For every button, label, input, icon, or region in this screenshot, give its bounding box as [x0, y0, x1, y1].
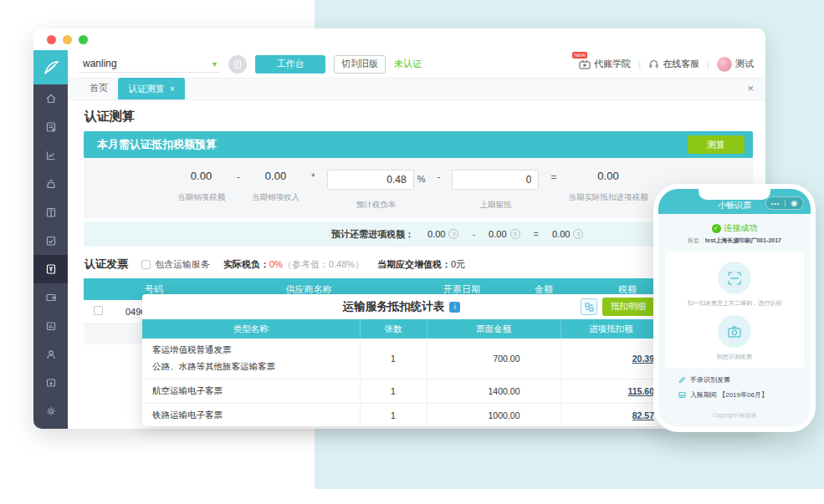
actual-tax-label: 实际税负：	[223, 259, 269, 269]
sidebar-item-funds[interactable]	[33, 170, 68, 198]
sidebar-item-invoice[interactable]	[33, 255, 68, 283]
online-support-menu-item[interactable]: 在线客服	[648, 58, 699, 70]
equals-operator: =	[539, 170, 568, 218]
workspace-button[interactable]: 工作台	[255, 55, 325, 74]
output-tax-value: 0.00	[177, 170, 225, 182]
tax-rate-label: 预计税负率	[327, 200, 426, 211]
sidebar-item-settings[interactable]	[33, 397, 68, 425]
result-label: 当期实际抵扣进项税额	[568, 192, 647, 203]
prev-credit-input[interactable]	[452, 170, 539, 190]
transport-deduction-popup: 运输服务抵扣统计表 i 抵扣明细 类型名称 张数 票面金额 进项抵扣额 客运增值…	[142, 294, 661, 426]
switch-old-version-button[interactable]: 切到旧版	[334, 55, 386, 74]
copyright-text: Copyright©畅捷通	[658, 412, 811, 420]
estimate-a: 0.00	[427, 229, 445, 239]
export-icon-button[interactable]	[581, 298, 597, 315]
calculator-icon[interactable]	[228, 55, 247, 74]
sidebar-item-cashier[interactable]	[33, 369, 68, 397]
scan-qr-button[interactable]	[718, 262, 751, 294]
minus-operator: -	[225, 170, 252, 218]
app-logo-feather-icon[interactable]	[33, 50, 68, 84]
minus-operator: -	[425, 170, 452, 218]
table-row[interactable]: 航空运输电子客票 1 1400.00 115.60	[142, 379, 661, 403]
include-transport-checkbox[interactable]: 包含运输服务	[141, 258, 210, 271]
table-row[interactable]: 客运增值税普通发票 公路、水路等其他旅客运输客票 1 700.00 20.39	[142, 339, 661, 379]
camera-icon	[726, 323, 743, 340]
camera-caption: 拍照识别发票	[717, 353, 752, 361]
include-transport-label: 包含运输服务	[155, 258, 210, 271]
tab-home[interactable]: 首页	[79, 82, 118, 99]
face-amount: 700.00	[427, 339, 560, 379]
table-row[interactable]: 铁路运输电子客票 1 1000.00 82.57	[142, 403, 661, 426]
top-app-bar: wanling ▾ 工作台 切到旧版 未认证 NEW 代账学院 |	[68, 50, 765, 79]
user-menu[interactable]: 测试	[717, 57, 754, 72]
cert-status-link[interactable]: 未认证	[394, 58, 422, 70]
deduction-detail-button[interactable]: 抵扣明细	[602, 298, 654, 316]
type-name: 航空运输电子客票	[142, 379, 360, 403]
help-icon[interactable]: ?	[573, 229, 583, 239]
actual-tax-value: 0%	[269, 259, 283, 269]
col-input-deduction: 进项抵扣额	[560, 319, 661, 339]
help-icon[interactable]: ?	[448, 229, 458, 239]
tab-close-icon[interactable]: ×	[170, 84, 175, 94]
calculate-button[interactable]: 测算	[688, 135, 745, 154]
miniapp-capsule: ••• ◉	[765, 196, 804, 210]
type-name: 铁路运输电子客票	[142, 403, 360, 426]
minimize-window-icon[interactable]	[63, 35, 72, 44]
type-name-line2: 公路、水路等其他旅客运输客票	[152, 359, 360, 375]
deduction-link[interactable]: 20.39	[632, 354, 654, 364]
user-name: 测试	[735, 58, 754, 70]
tab-cert-calculation[interactable]: 认证测算 ×	[118, 78, 185, 99]
sidebar-item-salary[interactable]	[33, 340, 68, 369]
deduction-table: 类型名称 张数 票面金额 进项抵扣额 客运增值税普通发票 公路、水路等其他旅客运…	[142, 319, 661, 426]
prev-credit-label: 上期留抵	[452, 200, 539, 211]
estimate-label: 预计还需进项税额：	[331, 228, 414, 241]
exit-circle-icon[interactable]: ◉	[786, 200, 804, 207]
more-icon[interactable]: •••	[766, 201, 785, 206]
maximize-window-icon[interactable]	[79, 35, 88, 44]
sidebar-item-reports[interactable]	[33, 141, 68, 170]
sidebar-item-fixed-assets[interactable]	[33, 312, 68, 340]
college-menu-item[interactable]: NEW 代账学院	[579, 58, 631, 70]
divider: |	[707, 59, 709, 69]
phone-screen: 小畅识票 ••• ◉ ✓ 连接成功 账套：test上海长源印刷厂001-2017…	[658, 189, 811, 427]
sidebar	[33, 50, 68, 429]
sidebar-item-home[interactable]	[33, 84, 68, 113]
account-label: 账套：	[688, 237, 705, 243]
scan-caption: 扫一扫发票左上方二维码，进行识别	[688, 299, 781, 308]
phone-notch	[699, 189, 770, 200]
col-type-name: 类型名称	[142, 319, 360, 339]
manual-entry-link[interactable]: 手录识别发票	[678, 375, 811, 384]
deduction-link[interactable]: 115.60	[627, 386, 654, 396]
sidebar-item-wallet[interactable]	[33, 283, 68, 312]
camera-button[interactable]	[718, 315, 751, 348]
deduction-link[interactable]: 82.57	[632, 410, 654, 420]
panel-close-icon[interactable]: ×	[747, 82, 754, 94]
account-value: test上海长源印刷厂001-2017	[705, 237, 781, 243]
face-amount: 1000.00	[427, 403, 560, 426]
sidebar-item-voucher[interactable]	[33, 113, 68, 141]
checkbox-icon[interactable]	[141, 260, 151, 269]
connect-status-text: 连接成功	[724, 222, 758, 234]
account-set-dropdown[interactable]: wanling ▾	[79, 55, 220, 73]
tax-rate-input[interactable]	[327, 170, 414, 190]
count: 1	[360, 403, 427, 426]
pencil-icon	[678, 376, 686, 384]
vat-label: 当期应交增值税：	[377, 259, 451, 269]
multiply-operator: *	[299, 170, 327, 218]
posting-period-link[interactable]: 入账期间 【2019年06月】	[678, 390, 811, 400]
window-titlebar	[33, 28, 765, 50]
info-icon[interactable]: i	[449, 302, 460, 313]
output-income-label: 当期销项收入	[252, 192, 299, 203]
sidebar-item-checkout[interactable]	[33, 227, 68, 255]
avatar	[717, 57, 732, 72]
tab-label: 认证测算	[128, 83, 165, 95]
new-badge: NEW	[572, 52, 587, 59]
row-checkbox[interactable]	[94, 306, 103, 315]
sidebar-item-ledger[interactable]	[33, 198, 68, 227]
account-line: 账套：test上海长源印刷厂001-2017	[658, 237, 811, 245]
help-icon[interactable]: ?	[510, 229, 520, 239]
tab-bar: 首页 认证测算 × ×	[68, 79, 765, 100]
college-label: 代账学院	[594, 58, 631, 70]
divider: |	[638, 59, 641, 69]
close-window-icon[interactable]	[47, 35, 56, 44]
